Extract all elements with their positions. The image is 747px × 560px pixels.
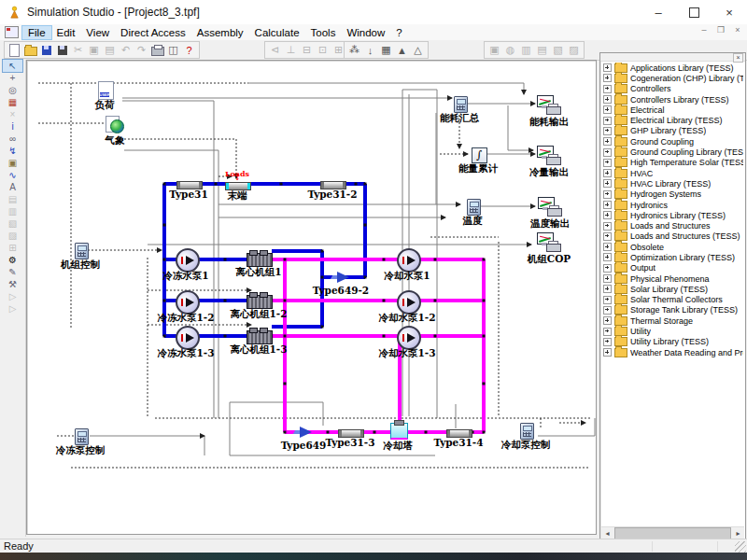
palette-item-25[interactable]: Utility — [602, 326, 743, 336]
duplicate-tool[interactable]: ▣ — [3, 157, 22, 169]
macro-2-tool[interactable]: ▥ — [3, 205, 22, 217]
expand-icon[interactable] — [603, 85, 612, 93]
marker-icon[interactable]: ▲ — [395, 43, 409, 57]
menu-tools[interactable]: Tools — [305, 26, 342, 39]
expand-icon[interactable] — [603, 232, 612, 241]
signal-tool[interactable]: ∿ — [3, 169, 22, 181]
expand-icon[interactable] — [603, 285, 612, 293]
palette-item-9[interactable]: High Temperature Solar (TESS) — [602, 158, 743, 168]
palette-item-19[interactable]: Output — [602, 263, 743, 273]
hierarchy-icon[interactable]: ⁂ — [347, 43, 361, 57]
view-5-icon[interactable]: ▧ — [551, 43, 565, 57]
node-chiller-1[interactable] — [247, 253, 273, 267]
minimize-button[interactable]: – — [641, 0, 676, 24]
menu-view[interactable]: View — [80, 26, 115, 39]
expand-icon[interactable] — [603, 148, 612, 157]
expand-icon[interactable] — [603, 169, 612, 177]
palette-item-7[interactable]: Ground Coupling — [602, 136, 743, 147]
palette-item-0[interactable]: Applications Library (TESS) — [602, 63, 743, 73]
node-type649-2[interactable] — [331, 271, 350, 284]
palette-item-23[interactable]: Storage Tank Library (TESS) — [602, 305, 743, 315]
palette-item-15[interactable]: Loads and Structures — [602, 220, 743, 231]
expand-icon[interactable] — [603, 316, 612, 325]
panel-close-icon[interactable]: × — [733, 53, 743, 63]
palette-item-5[interactable]: Electrical Library (TESS) — [602, 115, 743, 125]
palette-item-2[interactable]: Controllers — [602, 84, 743, 94]
node-energy-sum[interactable] — [454, 96, 468, 113]
expand-icon[interactable] — [603, 95, 612, 104]
expand-icon[interactable] — [603, 306, 612, 315]
node-unit-cop[interactable] — [537, 232, 561, 252]
expand-icon[interactable] — [603, 159, 612, 167]
print-preview-icon[interactable]: ◫ — [166, 43, 180, 57]
link-tool[interactable]: ∞ — [3, 133, 22, 145]
node-temperature[interactable] — [467, 199, 481, 216]
macro-4-tool[interactable]: ▨ — [3, 230, 22, 242]
menu-?[interactable]: ? — [390, 26, 407, 39]
node-weather[interactable] — [106, 116, 124, 133]
settings-tool[interactable]: ⚙ — [3, 254, 22, 266]
mdi-restore-button[interactable]: ❐ — [715, 25, 726, 35]
menu-assembly[interactable]: Assembly — [191, 26, 249, 39]
palette-item-13[interactable]: Hydronics — [602, 200, 743, 210]
palette-item-21[interactable]: Solar Library (TESS) — [602, 284, 743, 294]
node-cw-pump-control[interactable] — [520, 423, 534, 440]
macro-3-tool[interactable]: ▧ — [3, 217, 22, 230]
node-temp-out[interactable] — [538, 197, 562, 217]
expand-icon[interactable] — [603, 127, 612, 135]
view-4-icon[interactable]: ▤ — [535, 43, 549, 57]
save-icon[interactable] — [39, 43, 53, 57]
palette-item-6[interactable]: GHP Library (TESS) — [602, 126, 743, 136]
palette-item-3[interactable]: Controllers Library (TESS) — [602, 94, 743, 105]
expand-icon[interactable] — [603, 253, 612, 261]
expand-icon[interactable] — [603, 137, 612, 146]
menu-direct-access[interactable]: Direct Access — [115, 26, 191, 39]
pan-tool[interactable]: + — [3, 72, 22, 84]
select-tool[interactable]: ↖ — [3, 60, 22, 72]
resize-grip[interactable] — [735, 541, 746, 553]
redo-icon[interactable]: ↷ — [134, 43, 148, 57]
expand-icon[interactable] — [603, 211, 612, 219]
view-6-icon[interactable]: ▨ — [567, 43, 581, 57]
palette-item-14[interactable]: Hydronics Library (TESS) — [602, 210, 743, 220]
expand-icon[interactable] — [603, 274, 612, 283]
node-chiller-1-3[interactable] — [247, 330, 273, 344]
parameter-tool[interactable]: ↯ — [3, 145, 22, 157]
palette-item-22[interactable]: Solar Thermal Collectors — [602, 295, 743, 305]
expand-icon[interactable] — [603, 328, 612, 336]
panel-header[interactable]: × — [600, 53, 745, 62]
palette-item-1[interactable]: Cogeneration (CHP) Library (TESS) — [602, 73, 743, 83]
expand-icon[interactable] — [603, 190, 612, 199]
mdi-close-button[interactable]: × — [732, 25, 743, 35]
node-type649[interactable] — [294, 426, 313, 439]
cut-icon[interactable]: ✂ — [71, 43, 85, 57]
zoom-in-icon[interactable]: ⊡ — [316, 43, 330, 57]
expand-icon[interactable] — [603, 201, 612, 209]
menu-file[interactable]: File — [22, 26, 51, 39]
macro-1-tool[interactable]: ▤ — [3, 193, 22, 205]
menu-window[interactable]: Window — [341, 26, 390, 39]
project-canvas[interactable]: USER负荷气象Type31末端Loads↓Type31-2能耗汇总能耗输出∫能… — [26, 60, 597, 535]
view-3-icon[interactable]: ▥ — [519, 43, 533, 57]
open-file-icon[interactable] — [23, 43, 37, 57]
view-2-icon[interactable]: ◍ — [503, 43, 517, 57]
node-energy-out[interactable] — [537, 95, 561, 115]
zoom-out-icon[interactable]: ⊟ — [300, 43, 314, 57]
node-energy-acc[interactable]: ∫ — [472, 147, 487, 163]
build-tool[interactable]: ⚒ — [3, 278, 22, 290]
expand-icon[interactable] — [603, 74, 612, 82]
expand-icon[interactable] — [603, 222, 612, 231]
copy-icon[interactable]: ▣ — [87, 43, 101, 57]
palette-item-26[interactable]: Utility Library (TESS) — [602, 337, 743, 347]
panel-hscrollbar[interactable]: ◂ ▸ — [601, 526, 744, 539]
fit-height-icon[interactable]: ⊥ — [284, 43, 298, 57]
mdi-minimize-button[interactable]: – — [698, 25, 710, 35]
save-all-icon[interactable] — [55, 43, 69, 57]
fit-width-icon[interactable]: ⊲ — [268, 43, 282, 57]
info-tool[interactable]: i — [3, 120, 22, 133]
palette-item-11[interactable]: HVAC Library (TESS) — [602, 178, 743, 189]
table-icon[interactable]: ▦ — [379, 43, 393, 57]
sort-down-icon[interactable]: ↓ — [363, 43, 377, 57]
help-icon[interactable]: ? — [182, 43, 196, 57]
expand-icon[interactable] — [603, 348, 612, 357]
